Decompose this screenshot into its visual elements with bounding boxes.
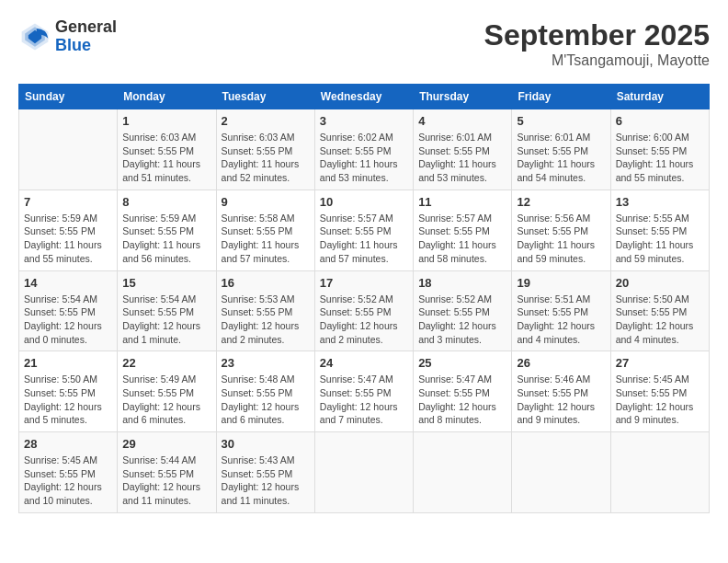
day-number: 20 xyxy=(616,276,704,290)
day-info: Sunrise: 5:50 AM Sunset: 5:55 PM Dayligh… xyxy=(616,293,704,347)
calendar-cell: 25Sunrise: 5:47 AM Sunset: 5:55 PM Dayli… xyxy=(414,351,512,432)
day-number: 26 xyxy=(517,356,605,370)
month-title: September 2025 xyxy=(484,18,710,52)
header-wednesday: Wednesday xyxy=(314,85,413,109)
header-tuesday: Tuesday xyxy=(216,85,314,109)
logo-text: General Blue xyxy=(55,18,117,55)
day-number: 27 xyxy=(616,356,704,370)
logo-blue: Blue xyxy=(55,37,117,55)
calendar-cell: 14Sunrise: 5:54 AM Sunset: 5:55 PM Dayli… xyxy=(19,270,118,351)
calendar-cell: 18Sunrise: 5:52 AM Sunset: 5:55 PM Dayli… xyxy=(414,270,512,351)
header-monday: Monday xyxy=(118,85,216,109)
day-number: 21 xyxy=(24,356,112,370)
day-number: 13 xyxy=(616,195,704,209)
calendar-cell: 5Sunrise: 6:01 AM Sunset: 5:55 PM Daylig… xyxy=(512,109,610,190)
logo: General Blue xyxy=(18,18,117,55)
calendar-cell: 29Sunrise: 5:44 AM Sunset: 5:55 PM Dayli… xyxy=(118,432,216,513)
calendar-week-row: 28Sunrise: 5:45 AM Sunset: 5:55 PM Dayli… xyxy=(19,432,710,513)
day-info: Sunrise: 6:03 AM Sunset: 5:55 PM Dayligh… xyxy=(122,131,210,185)
day-number: 7 xyxy=(24,195,112,209)
logo-icon xyxy=(18,20,51,53)
day-info: Sunrise: 5:47 AM Sunset: 5:55 PM Dayligh… xyxy=(320,373,408,427)
calendar-week-row: 14Sunrise: 5:54 AM Sunset: 5:55 PM Dayli… xyxy=(19,270,710,351)
day-info: Sunrise: 6:02 AM Sunset: 5:55 PM Dayligh… xyxy=(320,131,408,185)
day-number: 5 xyxy=(517,114,605,128)
day-number: 17 xyxy=(320,276,408,290)
calendar-cell: 30Sunrise: 5:43 AM Sunset: 5:55 PM Dayli… xyxy=(216,432,314,513)
day-number: 16 xyxy=(222,276,310,290)
day-info: Sunrise: 5:55 AM Sunset: 5:55 PM Dayligh… xyxy=(616,212,704,266)
day-number: 2 xyxy=(222,114,310,128)
calendar-cell: 6Sunrise: 6:00 AM Sunset: 5:55 PM Daylig… xyxy=(610,109,709,190)
day-info: Sunrise: 5:46 AM Sunset: 5:55 PM Dayligh… xyxy=(517,373,605,427)
day-info: Sunrise: 6:01 AM Sunset: 5:55 PM Dayligh… xyxy=(418,131,506,185)
calendar-week-row: 21Sunrise: 5:50 AM Sunset: 5:55 PM Dayli… xyxy=(19,351,710,432)
calendar-cell: 27Sunrise: 5:45 AM Sunset: 5:55 PM Dayli… xyxy=(610,351,709,432)
calendar-cell: 16Sunrise: 5:53 AM Sunset: 5:55 PM Dayli… xyxy=(216,270,314,351)
day-info: Sunrise: 5:45 AM Sunset: 5:55 PM Dayligh… xyxy=(616,373,704,427)
calendar-cell: 24Sunrise: 5:47 AM Sunset: 5:55 PM Dayli… xyxy=(314,351,413,432)
calendar-cell: 1Sunrise: 6:03 AM Sunset: 5:55 PM Daylig… xyxy=(118,109,216,190)
calendar-cell: 21Sunrise: 5:50 AM Sunset: 5:55 PM Dayli… xyxy=(19,351,118,432)
day-info: Sunrise: 6:01 AM Sunset: 5:55 PM Dayligh… xyxy=(517,131,605,185)
day-number: 3 xyxy=(320,114,408,128)
day-number: 18 xyxy=(418,276,506,290)
day-number: 6 xyxy=(616,114,704,128)
day-number: 9 xyxy=(222,195,310,209)
day-info: Sunrise: 5:59 AM Sunset: 5:55 PM Dayligh… xyxy=(122,212,210,266)
day-info: Sunrise: 5:54 AM Sunset: 5:55 PM Dayligh… xyxy=(122,293,210,347)
day-number: 23 xyxy=(222,356,310,370)
day-number: 4 xyxy=(418,114,506,128)
calendar-cell: 12Sunrise: 5:56 AM Sunset: 5:55 PM Dayli… xyxy=(512,190,610,270)
calendar-cell: 28Sunrise: 5:45 AM Sunset: 5:55 PM Dayli… xyxy=(19,432,118,513)
calendar-cell: 20Sunrise: 5:50 AM Sunset: 5:55 PM Dayli… xyxy=(610,270,709,351)
day-number: 10 xyxy=(320,195,408,209)
day-number: 28 xyxy=(24,437,112,451)
day-number: 19 xyxy=(517,276,605,290)
calendar-cell: 13Sunrise: 5:55 AM Sunset: 5:55 PM Dayli… xyxy=(610,190,709,270)
day-number: 22 xyxy=(122,356,210,370)
day-number: 24 xyxy=(320,356,408,370)
calendar-cell xyxy=(610,432,709,513)
day-info: Sunrise: 5:56 AM Sunset: 5:55 PM Dayligh… xyxy=(517,212,605,266)
calendar-cell: 10Sunrise: 5:57 AM Sunset: 5:55 PM Dayli… xyxy=(314,190,413,270)
page-header: General Blue September 2025 M'Tsangamouj… xyxy=(18,18,710,69)
day-info: Sunrise: 5:57 AM Sunset: 5:55 PM Dayligh… xyxy=(320,212,408,266)
day-info: Sunrise: 5:52 AM Sunset: 5:55 PM Dayligh… xyxy=(418,293,506,347)
day-info: Sunrise: 5:54 AM Sunset: 5:55 PM Dayligh… xyxy=(24,293,112,347)
day-info: Sunrise: 5:50 AM Sunset: 5:55 PM Dayligh… xyxy=(24,373,112,427)
header-saturday: Saturday xyxy=(610,85,709,109)
day-info: Sunrise: 5:47 AM Sunset: 5:55 PM Dayligh… xyxy=(418,373,506,427)
day-number: 29 xyxy=(122,437,210,451)
day-info: Sunrise: 5:59 AM Sunset: 5:55 PM Dayligh… xyxy=(24,212,112,266)
calendar-week-row: 7Sunrise: 5:59 AM Sunset: 5:55 PM Daylig… xyxy=(19,190,710,270)
calendar-cell: 23Sunrise: 5:48 AM Sunset: 5:55 PM Dayli… xyxy=(216,351,314,432)
calendar-cell: 8Sunrise: 5:59 AM Sunset: 5:55 PM Daylig… xyxy=(118,190,216,270)
day-number: 11 xyxy=(418,195,506,209)
calendar-cell: 4Sunrise: 6:01 AM Sunset: 5:55 PM Daylig… xyxy=(414,109,512,190)
calendar-cell: 7Sunrise: 5:59 AM Sunset: 5:55 PM Daylig… xyxy=(19,190,118,270)
calendar-header-row: SundayMondayTuesdayWednesdayThursdayFrid… xyxy=(19,85,710,109)
day-info: Sunrise: 5:58 AM Sunset: 5:55 PM Dayligh… xyxy=(222,212,310,266)
header-friday: Friday xyxy=(512,85,610,109)
day-number: 30 xyxy=(222,437,310,451)
day-info: Sunrise: 5:57 AM Sunset: 5:55 PM Dayligh… xyxy=(418,212,506,266)
calendar-cell xyxy=(414,432,512,513)
day-info: Sunrise: 5:48 AM Sunset: 5:55 PM Dayligh… xyxy=(222,373,310,427)
day-number: 1 xyxy=(122,114,210,128)
day-number: 15 xyxy=(122,276,210,290)
location-title: M'Tsangamouji, Mayotte xyxy=(484,52,710,69)
calendar-cell: 15Sunrise: 5:54 AM Sunset: 5:55 PM Dayli… xyxy=(118,270,216,351)
day-number: 25 xyxy=(418,356,506,370)
day-info: Sunrise: 5:51 AM Sunset: 5:55 PM Dayligh… xyxy=(517,293,605,347)
calendar-cell xyxy=(512,432,610,513)
calendar-table: SundayMondayTuesdayWednesdayThursdayFrid… xyxy=(18,84,710,513)
header-sunday: Sunday xyxy=(19,85,118,109)
calendar-cell: 9Sunrise: 5:58 AM Sunset: 5:55 PM Daylig… xyxy=(216,190,314,270)
day-number: 8 xyxy=(122,195,210,209)
calendar-cell xyxy=(19,109,118,190)
day-number: 14 xyxy=(24,276,112,290)
calendar-cell: 22Sunrise: 5:49 AM Sunset: 5:55 PM Dayli… xyxy=(118,351,216,432)
calendar-week-row: 1Sunrise: 6:03 AM Sunset: 5:55 PM Daylig… xyxy=(19,109,710,190)
day-info: Sunrise: 5:43 AM Sunset: 5:55 PM Dayligh… xyxy=(222,454,310,508)
